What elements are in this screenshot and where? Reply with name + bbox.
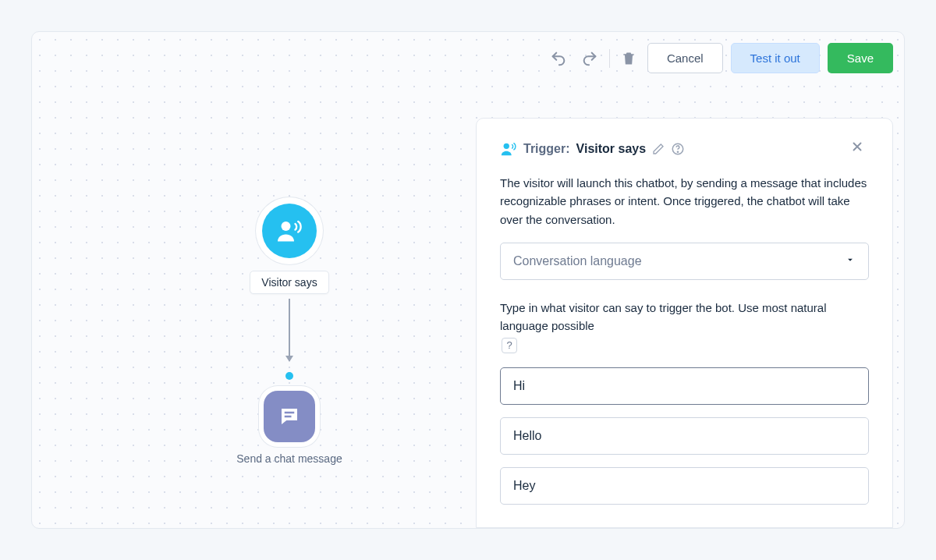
- toolbar-divider: [609, 49, 610, 68]
- svg-point-3: [504, 143, 509, 148]
- panel-description: The visitor will launch this chatbot, by…: [500, 174, 869, 229]
- flow-connector: [289, 299, 290, 361]
- visitor-says-icon: [275, 217, 303, 245]
- svg-rect-1: [285, 412, 295, 414]
- panel-help-button[interactable]: [671, 142, 685, 156]
- language-select-label: Conversation language: [513, 254, 642, 268]
- trigger-settings-panel: Trigger: Visitor says The visitor will l…: [476, 118, 893, 528]
- visitor-says-icon: [500, 140, 517, 158]
- trigger-node-label: Visitor says: [250, 271, 328, 294]
- panel-title-prefix: Trigger:: [523, 142, 570, 156]
- panel-header: Trigger: Visitor says: [500, 139, 869, 158]
- svg-point-0: [282, 222, 291, 231]
- action-node[interactable]: [264, 391, 315, 442]
- redo-button[interactable]: [578, 47, 601, 70]
- instruction-text: Type in what visitor can say to trigger …: [500, 299, 869, 354]
- chat-message-icon: [278, 405, 301, 428]
- language-select[interactable]: Conversation language: [500, 243, 869, 280]
- instruction-help-button[interactable]: ?: [502, 338, 517, 353]
- help-circle-icon: [671, 142, 685, 156]
- phrase-input-1[interactable]: [500, 417, 869, 455]
- svg-rect-2: [285, 416, 292, 418]
- edit-title-button[interactable]: [652, 143, 665, 155]
- undo-icon: [550, 50, 567, 67]
- instruction-label: Type in what visitor can say to trigger …: [500, 299, 869, 335]
- pencil-icon: [652, 143, 665, 155]
- cancel-button[interactable]: Cancel: [647, 43, 723, 73]
- close-panel-button[interactable]: [846, 139, 869, 158]
- flow-diagram: Visitor says Send a chat message: [235, 204, 344, 467]
- action-node-label: Send a chat message: [236, 452, 342, 467]
- flow-connector-dot: [285, 372, 293, 380]
- chevron-down-icon: [845, 254, 856, 268]
- close-icon: [850, 140, 864, 154]
- toolbar: Cancel Test it out Save: [547, 43, 893, 73]
- phrase-input-2[interactable]: [500, 467, 869, 505]
- save-button[interactable]: Save: [828, 43, 893, 73]
- test-button[interactable]: Test it out: [731, 43, 820, 73]
- panel-title-name: Visitor says: [576, 142, 647, 156]
- undo-button[interactable]: [547, 47, 570, 70]
- trigger-node[interactable]: [262, 204, 317, 258]
- builder-canvas: Cancel Test it out Save Visitor says Sen…: [31, 31, 905, 529]
- delete-button[interactable]: [618, 48, 640, 69]
- redo-icon: [581, 50, 598, 67]
- trash-icon: [621, 51, 636, 66]
- svg-point-5: [678, 151, 679, 152]
- phrase-input-0[interactable]: [500, 367, 869, 405]
